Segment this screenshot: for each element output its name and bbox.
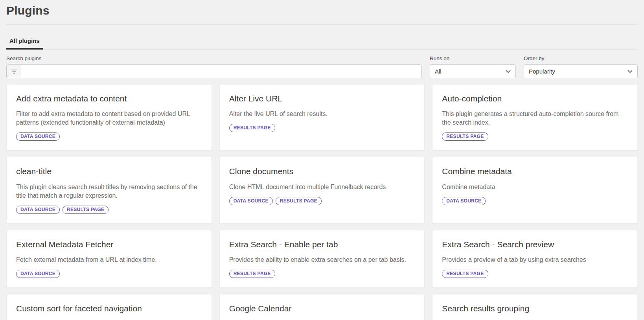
order-by-control: Order by Popularity — [524, 55, 638, 78]
plugin-scope-badge: DATA SOURCE — [16, 132, 60, 141]
order-by-selected-value: Popularity — [529, 68, 555, 75]
plugin-scope-badge: DATA SOURCE — [16, 270, 60, 278]
chevron-down-icon — [627, 70, 633, 73]
plugin-card[interactable]: Alter Live URL Alter the live URL of sea… — [219, 84, 425, 151]
runs-on-select[interactable]: All — [430, 64, 516, 78]
plugin-card[interactable]: Google Calendar — [219, 294, 425, 320]
plugin-card-badges: DATA SOURCE — [16, 270, 202, 278]
plugin-scope-badge: DATA SOURCE — [229, 197, 273, 205]
runs-on-label: Runs on — [430, 55, 516, 62]
tab-all-plugins-label: All plugins — [9, 37, 40, 44]
search-plugins-input[interactable] — [21, 65, 421, 78]
filter-controls: Search plugins Runs on All — [6, 55, 638, 78]
chevron-down-icon — [506, 70, 511, 73]
plugin-card-title: clean-title — [16, 166, 202, 177]
plugin-card-title: Google Calendar — [229, 303, 415, 314]
order-by-select[interactable]: Popularity — [524, 64, 638, 78]
plugin-scope-badge: RESULTS PAGE — [442, 270, 488, 278]
plugin-scope-badge: RESULTS PAGE — [276, 197, 322, 205]
plugin-card-title: Combine metadata — [442, 166, 628, 177]
search-plugins-label: Search plugins — [6, 55, 422, 62]
plugin-card-title: Extra Search - Enable per tab — [229, 239, 415, 250]
filter-icon — [7, 65, 21, 78]
plugin-card-badges: RESULTS PAGE — [442, 132, 628, 141]
plugin-card[interactable]: Combine metadata Combine metadata DATA S… — [432, 157, 638, 223]
plugin-card-badges: DATA SOURCE — [442, 197, 628, 205]
plugin-card-badges: DATA SOURCE — [16, 132, 202, 141]
plugin-card-title: Alter Live URL — [229, 93, 415, 104]
plugin-card[interactable]: Search results grouping — [432, 294, 638, 320]
plugin-card-badges: RESULTS PAGE — [442, 270, 628, 278]
plugin-card-description: Filter to add extra metadata to content … — [16, 110, 202, 127]
plugin-card-title: Auto-completion — [442, 93, 628, 104]
plugin-scope-badge: RESULTS PAGE — [229, 270, 275, 278]
plugin-card-description: This plugin cleans search result titles … — [16, 183, 202, 200]
plugin-card-title: Search results grouping — [442, 303, 628, 314]
plugin-card-badges: DATA SOURCERESULTS PAGE — [229, 197, 415, 205]
plugin-card-title: Clone documents — [229, 166, 415, 177]
plugin-card-badges: DATA SOURCERESULTS PAGE — [16, 206, 202, 214]
runs-on-selected-value: All — [435, 68, 442, 75]
plugin-grid: Add extra metadata to content Filter to … — [6, 84, 638, 320]
plugin-scope-badge: RESULTS PAGE — [442, 132, 488, 141]
plugin-card-title: Extra Search - Search preview — [442, 239, 628, 250]
tab-bar: All plugins — [6, 33, 638, 50]
plugin-scope-badge: DATA SOURCE — [16, 206, 60, 214]
plugin-card-description: Fetch external metadata from a URL at in… — [16, 256, 202, 264]
header-divider — [6, 24, 638, 25]
plugin-card[interactable]: External Metadata Fetcher Fetch external… — [6, 230, 212, 288]
search-control: Search plugins — [6, 55, 422, 78]
plugin-card-badges: RESULTS PAGE — [229, 270, 415, 278]
plugin-card-description: This plugin generates a structured auto-… — [442, 110, 628, 127]
plugin-card[interactable]: Extra Search - Search preview Provides a… — [432, 230, 638, 288]
plugin-card-description: Clone HTML document into multiple Funnel… — [229, 183, 415, 191]
plugin-card-title: Custom sort for faceted navigation — [16, 303, 202, 314]
plugin-card-description: Provides the ability to enable extra sea… — [229, 256, 415, 264]
plugin-scope-badge: RESULTS PAGE — [63, 206, 109, 214]
tab-all-plugins[interactable]: All plugins — [6, 33, 43, 50]
plugin-card-description: Provides a preview of a tab by using ext… — [442, 256, 628, 264]
plugin-card[interactable]: Extra Search - Enable per tab Provides t… — [219, 230, 425, 288]
runs-on-control: Runs on All — [430, 55, 516, 78]
plugin-card-title: External Metadata Fetcher — [16, 239, 202, 250]
plugins-page: Plugins All plugins Search plugins Runs — [0, 0, 644, 320]
plugin-card-description: Combine metadata — [442, 183, 628, 191]
order-by-label: Order by — [524, 55, 638, 62]
page-title: Plugins — [6, 0, 638, 17]
plugin-card-description: Alter the live URL of search results. — [229, 110, 415, 118]
plugin-card[interactable]: clean-title This plugin cleans search re… — [6, 157, 212, 223]
plugin-card[interactable]: Add extra metadata to content Filter to … — [6, 84, 212, 151]
plugin-card[interactable]: Auto-completion This plugin generates a … — [432, 84, 638, 151]
plugin-card-badges: RESULTS PAGE — [229, 124, 415, 132]
plugin-card-title: Add extra metadata to content — [16, 93, 202, 104]
plugin-card[interactable]: Custom sort for faceted navigation — [6, 294, 212, 320]
plugin-card[interactable]: Clone documents Clone HTML document into… — [219, 157, 425, 223]
plugin-scope-badge: DATA SOURCE — [442, 197, 486, 205]
plugin-scope-badge: RESULTS PAGE — [229, 124, 275, 132]
search-box — [6, 64, 422, 78]
